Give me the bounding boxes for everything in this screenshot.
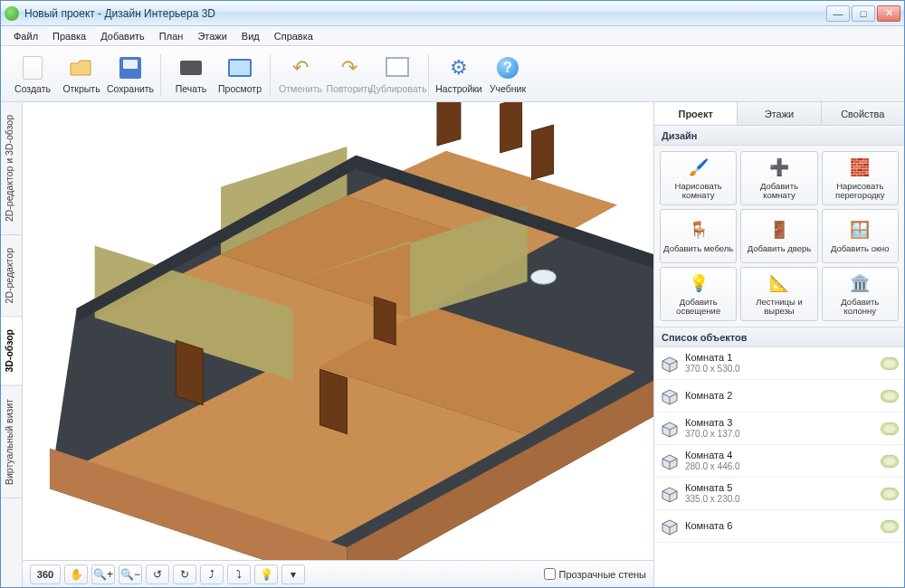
menu-add[interactable]: Добавить <box>93 28 152 44</box>
right-panel: Проект Этажи Свойства Дизайн 🖌️Нарисоват… <box>654 102 904 587</box>
add-column-button[interactable]: 🏛️Добавить колонну <box>822 267 899 321</box>
design-header: Дизайн <box>654 126 904 146</box>
right-tabs: Проект Этажи Свойства <box>654 102 904 126</box>
svg-rect-17 <box>532 125 554 180</box>
toolbar-separator <box>270 54 271 96</box>
pan-button[interactable]: ✋ <box>64 564 88 584</box>
list-item[interactable]: Комната 5335.0 x 230.0 <box>654 478 904 510</box>
tab-3d[interactable]: 3D-обзор <box>1 317 22 385</box>
visibility-icon[interactable] <box>881 488 899 500</box>
open-button[interactable]: Открыть <box>57 50 106 100</box>
list-item[interactable]: Комната 2 <box>654 380 904 413</box>
add-window-button[interactable]: 🪟Добавить окно <box>822 209 899 263</box>
tab-2d[interactable]: 2D-редактор <box>1 235 22 317</box>
close-button[interactable]: ✕ <box>877 5 900 22</box>
tab-floors[interactable]: Этажи <box>738 102 821 125</box>
brush-icon: 🖌️ <box>688 156 710 178</box>
monitor-icon <box>227 55 252 81</box>
box-icon <box>660 517 680 536</box>
svg-rect-18 <box>374 297 395 346</box>
view-toolbar: 360 ✋ 🔍+ 🔍− ↺ ↻ ⤴ ⤵ 💡 ▾ Прозрачные стены <box>23 560 653 587</box>
gear-icon: ⚙ <box>446 55 472 81</box>
list-item[interactable]: Комната 1370.0 x 530.0 <box>654 347 904 380</box>
column-icon: 🏛️ <box>849 272 871 294</box>
menu-floors[interactable]: Этажи <box>190 28 233 44</box>
zoom-out-button[interactable]: 🔍− <box>119 564 142 584</box>
viewport: 360 ✋ 🔍+ 🔍− ↺ ↻ ⤴ ⤵ 💡 ▾ Прозрачные стены <box>23 102 654 587</box>
add-room-icon: ➕ <box>768 156 790 178</box>
visibility-icon[interactable] <box>881 357 899 370</box>
box-icon <box>660 419 680 439</box>
tilt-fwd-button[interactable]: ⤵ <box>227 564 251 584</box>
objects-header: Список объектов <box>654 327 904 347</box>
svg-point-19 <box>531 270 557 284</box>
settings-button[interactable]: ⚙Настройки <box>434 50 483 100</box>
add-door-button[interactable]: 🚪Добавить дверь <box>740 209 817 263</box>
box-icon <box>660 451 680 471</box>
rotate-360-button[interactable]: 360 <box>30 564 61 584</box>
tab-2d-3d[interactable]: 2D-редактор и 3D-обзор <box>1 102 22 235</box>
undo-icon: ↶ <box>288 55 313 81</box>
print-button[interactable]: Печать <box>167 50 215 100</box>
tilt-back-button[interactable]: ⤴ <box>200 564 224 584</box>
tab-properties[interactable]: Свойства <box>822 102 904 125</box>
light-button[interactable]: 💡 <box>254 564 278 584</box>
svg-rect-16 <box>500 102 522 153</box>
menubar: Файл Правка Добавить План Этажи Вид Спра… <box>1 26 904 46</box>
side-tabs: 2D-редактор и 3D-обзор 2D-редактор 3D-об… <box>1 102 23 587</box>
list-item[interactable]: Комната 3370.0 x 137.0 <box>654 413 904 445</box>
duplicate-button[interactable]: Дублировать <box>374 50 423 100</box>
visibility-icon[interactable] <box>881 390 899 403</box>
body: 2D-редактор и 3D-обзор 2D-редактор 3D-об… <box>1 102 904 587</box>
stairs-icon: 📐 <box>768 272 790 294</box>
visibility-icon[interactable] <box>881 455 899 468</box>
titlebar: Новый проект - Дизайн Интерьера 3D — □ ✕ <box>1 1 904 26</box>
add-furniture-button[interactable]: 🪑Добавить мебель <box>660 209 737 263</box>
bulb-icon: 💡 <box>688 272 710 294</box>
stairs-button[interactable]: 📐Лестницы и вырезы <box>740 267 817 321</box>
help-icon: ? <box>495 55 520 81</box>
draw-partition-button[interactable]: 🧱Нарисовать перегородку <box>822 151 899 205</box>
create-button[interactable]: Создать <box>8 50 57 100</box>
visibility-icon[interactable] <box>881 422 899 435</box>
folder-icon <box>69 55 94 81</box>
preview-button[interactable]: Просмотр <box>215 50 264 100</box>
object-list[interactable]: Комната 1370.0 x 530.0 Комната 2 Комната… <box>654 347 904 587</box>
list-item[interactable]: Комната 4280.0 x 446.0 <box>654 445 904 478</box>
add-room-button[interactable]: ➕Добавить комнату <box>740 151 817 205</box>
design-grid: 🖌️Нарисовать комнату ➕Добавить комнату 🧱… <box>654 146 904 327</box>
tab-project[interactable]: Проект <box>654 102 738 125</box>
tutorial-button[interactable]: ?Учебник <box>483 50 532 100</box>
menu-edit[interactable]: Правка <box>45 28 93 44</box>
svg-rect-14 <box>320 369 348 433</box>
list-item[interactable]: Комната 6 <box>654 510 904 543</box>
svg-rect-13 <box>176 340 203 404</box>
svg-rect-15 <box>437 102 461 146</box>
menu-help[interactable]: Справка <box>267 28 320 44</box>
3d-scene[interactable] <box>23 102 653 560</box>
tab-virtual[interactable]: Виртуальный визит <box>1 386 22 498</box>
transparent-walls-checkbox[interactable]: Прозрачные стены <box>544 568 646 580</box>
disk-icon <box>118 55 143 81</box>
visibility-icon[interactable] <box>881 520 899 533</box>
undo-button[interactable]: ↶Отменить <box>276 50 325 100</box>
menu-view[interactable]: Вид <box>234 28 267 44</box>
menu-file[interactable]: Файл <box>6 28 45 44</box>
add-light-button[interactable]: 💡Добавить освещение <box>660 267 737 321</box>
toolbar: Создать Открыть Сохранить Печать Просмот… <box>1 46 904 102</box>
menu-plan[interactable]: План <box>152 28 191 44</box>
duplicate-icon <box>386 55 411 81</box>
transparent-walls-input[interactable] <box>544 568 556 580</box>
minimize-button[interactable]: — <box>826 5 850 22</box>
view-dropdown[interactable]: ▾ <box>281 564 305 584</box>
rotate-cw-button[interactable]: ↻ <box>173 564 196 584</box>
maximize-button[interactable]: □ <box>852 5 875 22</box>
zoom-in-button[interactable]: 🔍+ <box>91 564 115 584</box>
toolbar-separator <box>160 54 161 96</box>
save-button[interactable]: Сохранить <box>106 50 155 100</box>
toolbar-separator <box>428 54 429 96</box>
draw-room-button[interactable]: 🖌️Нарисовать комнату <box>660 151 737 205</box>
rotate-ccw-button[interactable]: ↺ <box>146 564 169 584</box>
redo-button[interactable]: ↷Повторить <box>325 50 374 100</box>
box-icon <box>660 484 680 504</box>
